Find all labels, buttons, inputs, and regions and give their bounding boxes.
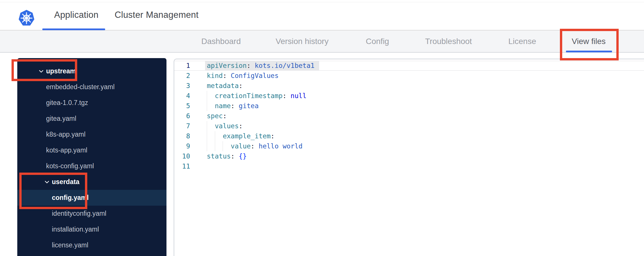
line-number: 1 (174, 61, 190, 71)
code-line-2: 2kind: ConfigValues (174, 71, 644, 81)
file-label: embedded-cluster.yaml (46, 83, 115, 91)
code-text: name: gitea (207, 101, 259, 111)
tree-folder-upstream[interactable]: upstream (17, 63, 166, 79)
chevron-down-icon (45, 181, 49, 184)
line-number: 9 (174, 141, 190, 151)
line-number: 10 (174, 151, 190, 161)
code-text: example_item: (207, 131, 274, 141)
folder-label: upstream (46, 67, 76, 75)
line-number: 11 (174, 161, 190, 171)
app-nav-bar: DashboardVersion historyConfigTroublesho… (0, 30, 644, 53)
tree-file-license.yaml[interactable]: license.yaml (17, 237, 166, 253)
code-line-10: 10status: {} (174, 151, 644, 161)
code-line-11: 11 (174, 161, 644, 171)
tree-file-installation.yaml[interactable]: installation.yaml (17, 221, 166, 237)
file-label: identityconfig.yaml (52, 210, 106, 217)
line-number: 2 (174, 71, 190, 81)
file-label: license.yaml (52, 241, 88, 249)
kots-admin-console: Application Cluster Management Dashboard… (0, 0, 644, 256)
nav-item-version-history[interactable]: Version history (276, 30, 329, 52)
code-editor[interactable]: 1apiVersion: kots.io/v1beta12kind: Confi… (174, 59, 644, 256)
code-text: values: (207, 121, 243, 131)
code-line-4: 4 creationTimestamp: null (174, 91, 644, 101)
tree-file-gitea-1.0.7.tgz[interactable]: gitea-1.0.7.tgz (17, 95, 166, 111)
code-line-8: 8 example_item: (174, 131, 644, 141)
line-number: 5 (174, 101, 190, 111)
tree-file-embedded-cluster.yaml[interactable]: embedded-cluster.yaml (17, 79, 166, 95)
file-label: gitea-1.0.7.tgz (46, 99, 88, 107)
code-line-6: 6spec: (174, 111, 644, 121)
tree-file-identityconfig.yaml[interactable]: identityconfig.yaml (17, 206, 166, 221)
tree-file-kots-app.yaml[interactable]: kots-app.yaml (17, 142, 166, 158)
code-text: status: {} (207, 151, 247, 161)
code-line-3: 3metadata: (174, 81, 644, 91)
code-text: value: hello world (207, 141, 302, 151)
code-line-1: 1apiVersion: kots.io/v1beta1 (174, 61, 644, 71)
tree-file-kots-config.yaml[interactable]: kots-config.yaml (17, 158, 166, 174)
tab-cluster-management[interactable]: Cluster Management (115, 0, 198, 30)
file-label: installation.yaml (52, 226, 99, 233)
code-line-7: 7 values: (174, 121, 644, 131)
tree-file-config.yaml[interactable]: config.yaml (17, 190, 166, 206)
line-number: 4 (174, 91, 190, 101)
line-number: 6 (174, 111, 190, 121)
nav-item-troubleshoot[interactable]: Troubleshoot (425, 30, 472, 52)
code-text: apiVersion: kots.io/v1beta1 (207, 61, 319, 71)
nav-item-license[interactable]: License (508, 30, 536, 52)
file-label: kots-app.yaml (46, 146, 87, 154)
code-line-9: 9 value: hello world (174, 141, 644, 151)
code-text: spec: (207, 111, 227, 121)
code-line-5: 5 name: gitea (174, 101, 644, 111)
line-number: 3 (174, 81, 190, 91)
file-label: config.yaml (52, 194, 89, 202)
nav-item-dashboard[interactable]: Dashboard (201, 30, 241, 52)
file-label: gitea.yaml (46, 115, 76, 123)
file-label: kots-config.yaml (46, 162, 94, 170)
code-text: metadata: (207, 81, 243, 91)
file-label: k8s-app.yaml (46, 131, 86, 138)
kubernetes-logo-icon (18, 9, 35, 27)
code-text: kind: ConfigValues (207, 71, 279, 81)
chevron-down-icon (39, 70, 43, 73)
file-tree-panel: upstreamembedded-cluster.yamlgitea-1.0.7… (17, 58, 166, 256)
nav-item-view-files[interactable]: View files (572, 30, 606, 52)
active-tab-underline (42, 28, 105, 30)
tree-folder-userdata[interactable]: userdata (17, 174, 166, 190)
top-header: Application Cluster Management (0, 0, 644, 30)
code-text: creationTimestamp: null (207, 91, 306, 101)
nav-item-config[interactable]: Config (366, 30, 389, 52)
tab-application[interactable]: Application (54, 0, 99, 30)
tree-file-gitea.yaml[interactable]: gitea.yaml (17, 111, 166, 127)
line-number: 7 (174, 121, 190, 131)
tree-file-k8s-app.yaml[interactable]: k8s-app.yaml (17, 127, 166, 142)
line-number: 8 (174, 131, 190, 141)
folder-label: userdata (52, 178, 79, 186)
